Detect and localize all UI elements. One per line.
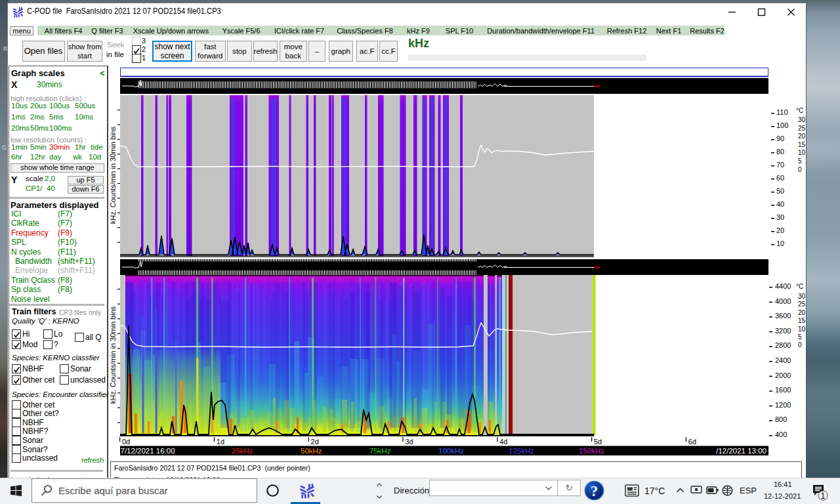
svg-text:30: 30 bbox=[798, 116, 806, 123]
svg-text:50: 50 bbox=[776, 187, 784, 195]
svg-text:°C: °C bbox=[796, 283, 803, 290]
svg-text:70: 70 bbox=[776, 161, 784, 169]
svg-text:10: 10 bbox=[798, 149, 806, 156]
svg-text:5d: 5d bbox=[594, 438, 602, 446]
svg-text:4d: 4d bbox=[499, 438, 507, 446]
svg-text:3200: 3200 bbox=[775, 327, 791, 335]
svg-text:400: 400 bbox=[775, 430, 787, 438]
svg-text:0d: 0d bbox=[122, 438, 130, 446]
svg-text:2d: 2d bbox=[311, 438, 319, 446]
svg-text:30: 30 bbox=[776, 213, 784, 221]
svg-text:0: 0 bbox=[798, 341, 802, 348]
svg-text:40: 40 bbox=[776, 200, 784, 208]
svg-text:25kHz: 25kHz bbox=[232, 447, 253, 455]
svg-text:2400: 2400 bbox=[775, 356, 791, 364]
svg-text:0: 0 bbox=[798, 166, 802, 173]
svg-text:2000: 2000 bbox=[775, 371, 791, 379]
svg-text:5: 5 bbox=[798, 158, 802, 165]
svg-text:15: 15 bbox=[798, 317, 806, 324]
svg-text:50kHz: 50kHz bbox=[301, 447, 322, 455]
svg-text:20: 20 bbox=[798, 133, 806, 140]
svg-text:4400: 4400 bbox=[775, 282, 791, 290]
svg-text:10: 10 bbox=[798, 326, 806, 333]
svg-text:110: 110 bbox=[776, 108, 788, 116]
svg-text:80: 80 bbox=[776, 148, 784, 156]
svg-text:90: 90 bbox=[776, 135, 784, 142]
svg-text:100kHz: 100kHz bbox=[438, 447, 464, 455]
svg-text:1600: 1600 bbox=[775, 386, 791, 394]
svg-text:30: 30 bbox=[798, 293, 806, 300]
svg-text:15: 15 bbox=[798, 141, 806, 148]
svg-text:25: 25 bbox=[798, 301, 806, 308]
svg-text:125kHz: 125kHz bbox=[509, 447, 534, 455]
svg-text:kHz. Counts/min in 30min bins: kHz. Counts/min in 30min bins bbox=[110, 306, 117, 404]
svg-text:?: ? bbox=[591, 483, 598, 499]
svg-text:4000: 4000 bbox=[775, 297, 791, 305]
svg-text:°C: °C bbox=[796, 107, 803, 114]
svg-text:75kHz: 75kHz bbox=[369, 447, 391, 455]
svg-text:1: 1 bbox=[821, 492, 826, 501]
svg-text:3d: 3d bbox=[405, 438, 413, 446]
svg-text:5: 5 bbox=[798, 333, 802, 341]
svg-text:3600: 3600 bbox=[775, 312, 791, 320]
svg-text:1d: 1d bbox=[217, 438, 224, 446]
svg-text:kHz. Counts/min in 30min bins: kHz. Counts/min in 30min bins bbox=[110, 126, 117, 224]
svg-text:20: 20 bbox=[798, 309, 806, 316]
svg-text:800: 800 bbox=[775, 415, 787, 423]
svg-text:6d: 6d bbox=[688, 438, 696, 446]
svg-text:10: 10 bbox=[776, 240, 784, 247]
svg-text:150kHz: 150kHz bbox=[579, 447, 604, 455]
svg-text:100: 100 bbox=[776, 121, 788, 129]
svg-text:60: 60 bbox=[776, 174, 784, 182]
svg-text:2800: 2800 bbox=[775, 341, 791, 349]
svg-text:/12/2021 13:00: /12/2021 13:00 bbox=[716, 447, 766, 455]
svg-text:20: 20 bbox=[776, 226, 784, 234]
svg-text:7/12/2021 16:00: 7/12/2021 16:00 bbox=[121, 447, 175, 455]
svg-text:1200: 1200 bbox=[775, 401, 791, 409]
svg-text:25: 25 bbox=[798, 125, 806, 132]
